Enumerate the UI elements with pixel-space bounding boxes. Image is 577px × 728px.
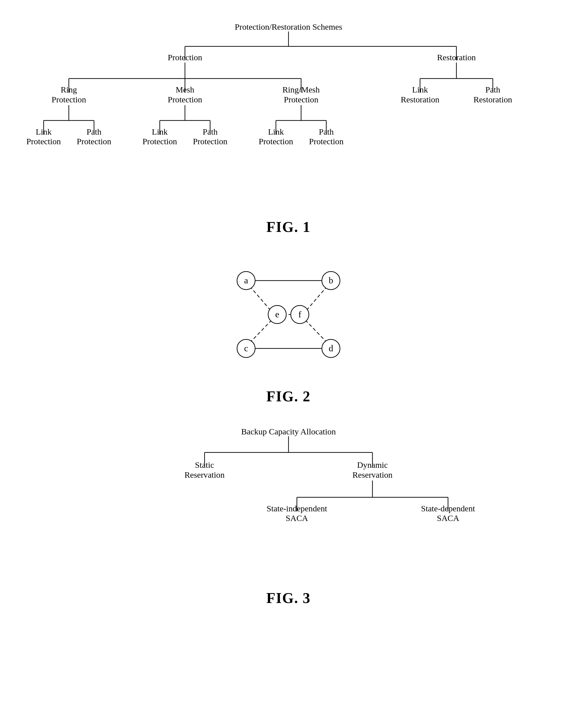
fig1-path-prot-ringmesh-label2: Protection <box>309 137 344 146</box>
fig1-path-prot-mesh-label: Path <box>203 127 218 136</box>
page: text { font-family: 'Times New Roman', T… <box>0 0 577 640</box>
fig2-line-ae <box>250 286 273 313</box>
fig2-line-bf <box>304 286 327 313</box>
fig1-path-prot-ringmesh-label: Path <box>319 127 334 136</box>
fig2-line-ce <box>250 319 273 343</box>
fig1-link-restoration-label2: Restoration <box>401 95 440 104</box>
fig2-label-c: c <box>244 343 248 353</box>
fig3-state-independent-label: State-independent <box>267 504 327 513</box>
fig1-ring-protection-label2: Protection <box>51 95 86 104</box>
fig3-state-dependent-label2: SACA <box>437 514 459 523</box>
fig2-label-e: e <box>275 309 279 319</box>
fig2-container: .node-circle { fill: #fff; stroke: #000;… <box>23 252 554 377</box>
fig3-label: FIG. 3 <box>23 590 554 606</box>
fig3-container: text { font-family: 'Times New Roman', T… <box>23 422 554 578</box>
fig1-container: text { font-family: 'Times New Roman', T… <box>23 17 554 207</box>
fig3-dynamic-label2: Reservation <box>352 470 393 479</box>
fig1-ringmesh-protection-label: Ring/Mesh <box>283 85 320 94</box>
fig1-link-prot-ringmesh-label: Link <box>268 127 284 136</box>
fig2-label-f: f <box>298 309 301 319</box>
fig1-link-prot-ring-label2: Protection <box>26 137 61 146</box>
fig3-tree-svg: text { font-family: 'Times New Roman', T… <box>23 422 554 578</box>
fig1-path-prot-ring-label: Path <box>86 127 102 136</box>
fig1-path-prot-ring-label2: Protection <box>77 137 111 146</box>
fig2-network-svg: .node-circle { fill: #fff; stroke: #000;… <box>189 252 388 377</box>
fig1-link-prot-ring-label: Link <box>36 127 51 136</box>
fig1-path-restoration-label: Path <box>486 85 500 94</box>
fig1-label: FIG. 1 <box>23 218 554 235</box>
fig3-state-dependent-label: State-dependent <box>421 504 475 513</box>
fig1-mesh-protection-label2: Protection <box>168 95 202 104</box>
fig1-ringmesh-protection-label2: Protection <box>284 95 318 104</box>
fig1-restoration-label: Restoration <box>437 53 476 62</box>
fig1-ring-protection-label: Ring <box>60 85 77 94</box>
fig1-link-restoration-label: Link <box>412 85 428 94</box>
fig1-link-prot-mesh-label: Link <box>152 127 168 136</box>
fig2-line-df <box>304 319 327 343</box>
fig1-link-prot-mesh-label2: Protection <box>142 137 177 146</box>
fig1-root-label: Protection/Restoration Schemes <box>235 22 342 31</box>
fig3-dynamic-label: Dynamic <box>357 461 388 469</box>
fig2-label-a: a <box>244 275 248 285</box>
fig2-label-d: d <box>329 343 333 353</box>
fig3-root-label: Backup Capacity Allocation <box>241 427 336 436</box>
fig1-mesh-protection-label: Mesh <box>176 85 194 94</box>
fig1-link-prot-ringmesh-label2: Protection <box>259 137 293 146</box>
fig2-label: FIG. 2 <box>23 388 554 405</box>
fig1-path-prot-mesh-label2: Protection <box>193 137 228 146</box>
fig3-static-label2: Reservation <box>184 470 225 479</box>
fig3-static-label: Static <box>195 461 214 469</box>
fig1-protection-label: Protection <box>168 53 202 62</box>
fig3-state-independent-label2: SACA <box>286 514 308 523</box>
fig1-path-restoration-label2: Restoration <box>473 95 512 104</box>
fig2-label-b: b <box>329 275 333 285</box>
fig1-tree-svg: text { font-family: 'Times New Roman', T… <box>23 17 554 207</box>
